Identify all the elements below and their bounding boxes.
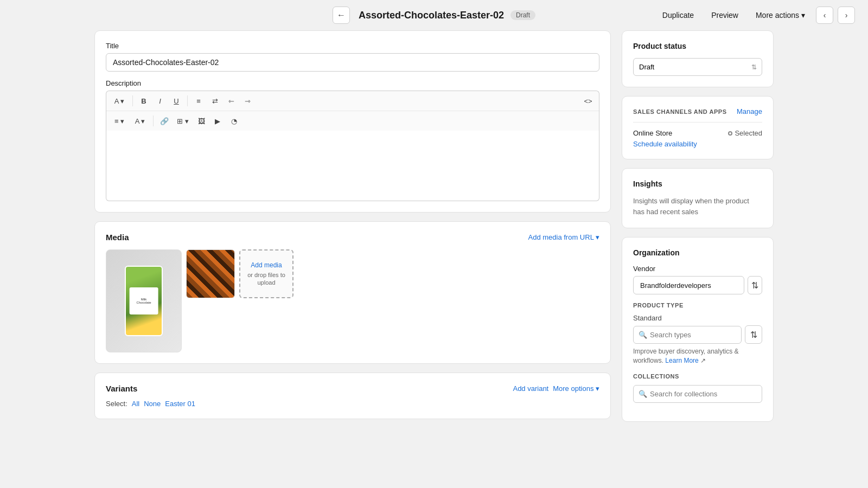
product-status-card: Product status Draft Active [622,30,774,87]
toolbar-outdent-btn[interactable]: ⇽ [224,93,239,108]
collections-title: COLLECTIONS [633,373,762,380]
media-card: Media Add media from URL ▾ MilkChocolate… [94,221,611,364]
duplicate-button[interactable]: Duplicate [656,8,700,23]
choc-label: MilkChocolate [130,287,158,314]
top-bar: ← Assorted-Chocolates-Easter-02 Draft Du… [0,0,868,30]
insights-text: Insights will display when the product h… [633,196,762,217]
title-description-card: Title Description A ▾ B I U ≡ ⇄ ⇽ ⇾ <> [94,30,611,213]
status-select-wrapper: Draft Active [633,58,762,76]
toolbar-row-1: A ▾ B I U ≡ ⇄ ⇽ ⇾ <> [106,91,599,111]
more-actions-button[interactable]: More actions [749,8,812,23]
select-all-button[interactable]: All [132,400,139,408]
toolbar-italic-btn[interactable]: I [152,93,168,108]
toolbar-row-2: ≡ ▾ A ▾ 🔗 ⊞ ▾ 🖼 ▶ ◔ [106,111,599,131]
channel-status-dot [728,131,732,136]
more-options-button[interactable]: More options ▾ [553,384,599,393]
select-none-button[interactable]: None [144,400,161,408]
top-bar-actions: Duplicate Preview More actions ‹ › [656,7,855,24]
description-editor[interactable] [106,131,599,201]
learn-more-link[interactable]: Learn More [665,357,698,364]
divider-1 [633,122,762,123]
main-layout: Title Description A ▾ B I U ≡ ⇄ ⇽ ⇾ <> [81,30,787,435]
product-type-label: PRODUCT TYPE [633,302,762,309]
sep3 [153,115,154,126]
sales-channels-card: SALES CHANNELS AND APPS Manage Online St… [622,96,774,159]
product-type-group: PRODUCT TYPE Standard 🔍 ⇅ Improve buyer … [633,302,762,365]
media-grid: MilkChocolate Add media or drop files to… [106,249,599,352]
toolbar-ol-btn[interactable]: ⇄ [207,93,222,108]
select-easter-button[interactable]: Easter 01 [165,400,195,408]
channel-row: Online Store Selected [633,129,762,137]
toolbar-indent-btn[interactable]: ⇾ [240,93,255,108]
status-select[interactable]: Draft Active [633,58,762,76]
standard-label: Standard [633,314,762,322]
toolbar-video-btn[interactable]: ▶ [210,113,225,129]
search-collections-input[interactable] [633,385,762,403]
channel-status-text: Selected [735,129,762,137]
select-label: Select: [106,400,127,408]
toolbar-table-btn[interactable]: ⊞ ▾ [173,113,193,129]
choc-inner: MilkChocolate [125,266,163,336]
right-column: Product status Draft Active SALES CHANNE… [622,30,774,422]
toolbar-font-btn[interactable]: A ▾ [110,93,129,108]
product-type-hint: Improve buyer discovery, analytics & wor… [633,347,762,365]
sep2 [187,95,188,106]
media-item-thumb[interactable] [186,249,235,298]
vendor-label: Vendor [633,265,762,273]
next-nav-button[interactable]: › [838,7,855,24]
manage-button[interactable]: Manage [737,107,762,115]
preview-button[interactable]: Preview [705,8,745,23]
draft-badge: Draft [510,10,535,20]
sep1 [132,95,133,106]
media-item-main[interactable]: MilkChocolate [106,249,182,352]
title-input[interactable] [106,53,599,72]
search-types-icon: 🔍 [639,331,647,339]
product-type-row: 🔍 ⇅ [633,325,762,344]
toolbar-image-btn[interactable]: 🖼 [194,113,209,129]
search-types-input[interactable] [633,326,742,344]
media-header: Media Add media from URL ▾ [106,233,599,242]
add-media-link: Add media [251,261,282,269]
collections-group: COLLECTIONS 🔍 [633,373,762,403]
toolbar-code-btn[interactable]: <> [580,93,596,108]
toolbar-underline-btn[interactable]: U [169,93,184,108]
back-button[interactable]: ← [333,7,350,24]
description-label: Description [106,79,599,87]
toolbar-link-btn[interactable]: 🔗 [157,113,172,129]
schedule-link[interactable]: Schedule availability [633,140,697,148]
sales-channels-title: SALES CHANNELS AND APPS [633,108,727,115]
toolbar-bold-btn[interactable]: B [136,93,151,108]
insights-title: Insights [633,179,762,188]
upload-text: or drop files to upload [240,271,292,287]
search-collections-wrapper: 🔍 [633,385,762,403]
product-type-stepper[interactable]: ⇅ [745,325,762,344]
external-link-icon: ↗ [700,357,706,364]
organization-title: Organization [633,248,762,257]
insights-card: Insights Insights will display when the … [622,168,774,228]
media-title: Media [106,233,129,242]
select-row: Select: All None Easter 01 [106,400,599,408]
editor-toolbar: A ▾ B I U ≡ ⇄ ⇽ ⇾ <> ≡ ▾ A ▾ [106,91,599,131]
channel-name: Online Store [633,129,672,137]
organization-card: Organization Vendor ⇅ PRODUCT TYPE Stand… [622,237,774,422]
variants-actions: Add variant More options ▾ [513,384,599,393]
page-title: Assorted-Chocolates-Easter-02 [359,10,504,21]
title-label: Title [106,42,599,50]
vendor-input[interactable] [633,276,744,294]
variants-header: Variants Add variant More options ▾ [106,384,599,393]
toolbar-color-btn[interactable]: A ▾ [130,113,150,129]
vendor-row: ⇅ [633,276,762,294]
vendor-stepper[interactable]: ⇅ [748,276,762,294]
prev-nav-button[interactable]: ‹ [816,7,833,24]
add-media-url-button[interactable]: Add media from URL ▾ [528,233,599,241]
toolbar-align-btn[interactable]: ≡ ▾ [110,113,129,129]
channel-status: Selected [728,129,762,137]
add-variant-button[interactable]: Add variant [513,384,548,393]
sales-channels-header: SALES CHANNELS AND APPS Manage [633,107,762,115]
toolbar-embed-btn[interactable]: ◔ [226,113,241,129]
toolbar-ul-btn[interactable]: ≡ [191,93,206,108]
variants-title: Variants [106,384,137,393]
upload-area[interactable]: Add media or drop files to upload [239,249,293,298]
variants-card: Variants Add variant More options ▾ Sele… [94,373,611,419]
search-types-wrapper: 🔍 [633,326,742,344]
